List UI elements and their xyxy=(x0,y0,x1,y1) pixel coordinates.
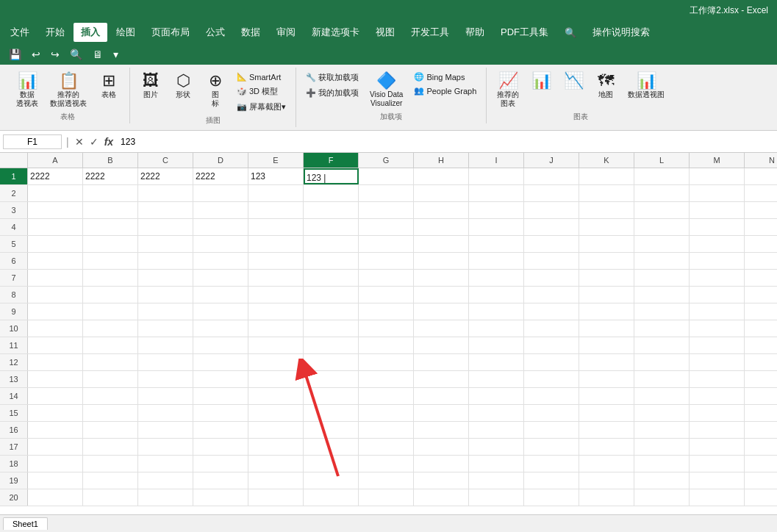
row-header-11[interactable]: 11 xyxy=(0,337,28,353)
cell-c11[interactable] xyxy=(138,337,193,353)
menu-formulas[interactable]: 公式 xyxy=(198,23,232,42)
cancel-icon[interactable]: ✕ xyxy=(74,136,85,148)
cell-g7[interactable] xyxy=(359,270,414,286)
cell-g8[interactable] xyxy=(359,287,414,303)
pivot-chart-button[interactable]: 📊 数据透视图 xyxy=(623,71,669,101)
cell-f19[interactable] xyxy=(304,472,359,489)
cell-l14[interactable] xyxy=(634,388,690,404)
cell-f7[interactable] xyxy=(304,270,359,286)
cell-l5[interactable] xyxy=(634,236,690,252)
cell-h14[interactable] xyxy=(414,388,469,404)
cell-k18[interactable] xyxy=(579,456,634,472)
cell-l10[interactable] xyxy=(634,320,690,337)
bingmaps-button[interactable]: 🌐 Bing Maps xyxy=(410,71,480,83)
cell-l9[interactable] xyxy=(634,303,690,320)
cell-l3[interactable] xyxy=(634,202,690,218)
row-header-3[interactable]: 3 xyxy=(0,202,28,218)
cell-i18[interactable] xyxy=(469,456,524,472)
menu-help[interactable]: 帮助 xyxy=(458,23,492,42)
shape-button[interactable]: ⬡ 形状 xyxy=(168,71,198,101)
row-header-7[interactable]: 7 xyxy=(0,270,28,286)
cell-n6[interactable] xyxy=(745,253,777,269)
cell-c5[interactable] xyxy=(138,236,193,252)
cell-m2[interactable] xyxy=(690,185,745,201)
cell-k9[interactable] xyxy=(579,303,634,320)
cell-g5[interactable] xyxy=(359,236,414,252)
cell-d1[interactable]: 2222 xyxy=(193,168,248,184)
cell-j6[interactable] xyxy=(524,253,579,269)
cell-l17[interactable] xyxy=(634,439,690,455)
cell-e8[interactable] xyxy=(248,287,304,303)
icon-button[interactable]: ⊕ 图标 xyxy=(201,71,230,110)
cell-l12[interactable] xyxy=(634,354,690,370)
cell-f17[interactable] xyxy=(304,439,359,455)
cell-n19[interactable] xyxy=(745,472,777,489)
col-header-j[interactable]: J xyxy=(524,153,579,168)
cell-d9[interactable] xyxy=(193,303,248,320)
cell-d6[interactable] xyxy=(193,253,248,269)
cell-b8[interactable] xyxy=(83,287,138,303)
image-button[interactable]: 🖼 图片 xyxy=(136,71,165,101)
cell-i15[interactable] xyxy=(469,405,524,421)
cell-k1[interactable] xyxy=(579,168,634,184)
cell-d18[interactable] xyxy=(193,456,248,472)
cell-h5[interactable] xyxy=(414,236,469,252)
cell-d2[interactable] xyxy=(193,185,248,201)
cell-b15[interactable] xyxy=(83,405,138,421)
cell-l6[interactable] xyxy=(634,253,690,269)
cell-l4[interactable] xyxy=(634,219,690,235)
col-header-i[interactable]: I xyxy=(469,153,524,168)
cell-d10[interactable] xyxy=(193,320,248,337)
row-header-1[interactable]: 1 xyxy=(0,168,28,184)
cell-e10[interactable] xyxy=(248,320,304,337)
cell-b5[interactable] xyxy=(83,236,138,252)
cell-b4[interactable] xyxy=(83,219,138,235)
cell-e13[interactable] xyxy=(248,371,304,387)
cell-d17[interactable] xyxy=(193,439,248,455)
col-chart-button[interactable]: 📊 xyxy=(526,71,556,93)
cell-j4[interactable] xyxy=(524,219,579,235)
cell-d11[interactable] xyxy=(193,337,248,353)
cell-k10[interactable] xyxy=(579,320,634,337)
cell-f15[interactable] xyxy=(304,405,359,421)
cell-i16[interactable] xyxy=(469,422,524,438)
confirm-icon[interactable]: ✓ xyxy=(88,136,100,148)
cell-n9[interactable] xyxy=(745,303,777,320)
row-header-8[interactable]: 8 xyxy=(0,287,28,303)
cell-k11[interactable] xyxy=(579,337,634,353)
col-header-e[interactable]: E xyxy=(248,153,304,168)
cell-i17[interactable] xyxy=(469,439,524,455)
cell-a11[interactable] xyxy=(28,337,83,353)
cell-e6[interactable] xyxy=(248,253,304,269)
menu-newtab[interactable]: 新建选项卡 xyxy=(304,23,367,42)
cell-c17[interactable] xyxy=(138,439,193,455)
cell-i6[interactable] xyxy=(469,253,524,269)
cell-i13[interactable] xyxy=(469,371,524,387)
cell-b2[interactable] xyxy=(83,185,138,201)
cell-l15[interactable] xyxy=(634,405,690,421)
col-header-b[interactable]: B xyxy=(83,153,138,168)
cell-n16[interactable] xyxy=(745,422,777,438)
cell-g12[interactable] xyxy=(359,354,414,370)
cell-i11[interactable] xyxy=(469,337,524,353)
menu-view[interactable]: 视图 xyxy=(368,23,402,42)
menu-search-text[interactable]: 操作说明搜索 xyxy=(585,23,657,42)
cell-f8[interactable] xyxy=(304,287,359,303)
row-header-20[interactable]: 20 xyxy=(0,489,28,506)
cell-j13[interactable] xyxy=(524,371,579,387)
cell-l7[interactable] xyxy=(634,270,690,286)
cell-e15[interactable] xyxy=(248,405,304,421)
cell-i19[interactable] xyxy=(469,472,524,489)
cell-f2[interactable] xyxy=(304,185,359,201)
3dmodel-button[interactable]: 🎲 3D 模型 xyxy=(233,85,290,98)
menu-insert[interactable]: 插入 xyxy=(74,23,107,42)
menu-data[interactable]: 数据 xyxy=(234,23,268,42)
row-header-19[interactable]: 19 xyxy=(0,472,28,489)
col-header-h[interactable]: H xyxy=(414,153,469,168)
cell-b14[interactable] xyxy=(83,388,138,404)
cell-n15[interactable] xyxy=(745,405,777,421)
cell-c12[interactable] xyxy=(138,354,193,370)
cell-l8[interactable] xyxy=(634,287,690,303)
cell-n5[interactable] xyxy=(745,236,777,252)
col-header-n[interactable]: N xyxy=(745,153,777,168)
